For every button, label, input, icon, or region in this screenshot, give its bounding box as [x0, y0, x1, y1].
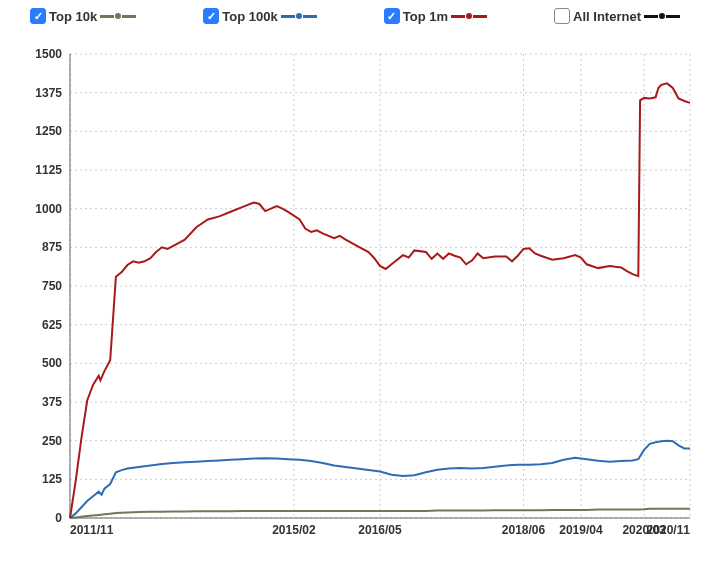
legend-label: All Internet: [573, 9, 641, 24]
dot-icon: [115, 13, 121, 19]
svg-text:500: 500: [42, 356, 62, 370]
line-swatch: [473, 15, 487, 18]
svg-text:1125: 1125: [35, 163, 62, 177]
chart[interactable]: 0125250375500625750875100011251250137515…: [10, 40, 700, 560]
checkbox-top100k[interactable]: ✓: [203, 8, 219, 24]
dot-icon: [296, 13, 302, 19]
svg-text:2016/05: 2016/05: [358, 523, 402, 537]
line-swatch: [100, 15, 114, 18]
dot-icon: [659, 13, 665, 19]
checkbox-top10k[interactable]: ✓: [30, 8, 46, 24]
line-swatch: [281, 15, 295, 18]
svg-text:1375: 1375: [35, 86, 62, 100]
svg-text:2015/02: 2015/02: [272, 523, 316, 537]
svg-text:2018/06: 2018/06: [502, 523, 546, 537]
line-swatch: [451, 15, 465, 18]
line-swatch: [644, 15, 658, 18]
checkbox-all-internet[interactable]: [554, 8, 570, 24]
checkbox-top1m[interactable]: ✓: [384, 8, 400, 24]
legend-swatch: [281, 13, 317, 19]
legend-label: Top 100k: [222, 9, 277, 24]
legend-item-top10k[interactable]: ✓ Top 10k: [30, 8, 136, 24]
svg-text:125: 125: [42, 472, 62, 486]
line-swatch: [666, 15, 680, 18]
line-swatch: [303, 15, 317, 18]
svg-text:2011/11: 2011/11: [70, 523, 114, 537]
svg-text:250: 250: [42, 434, 62, 448]
svg-text:1000: 1000: [35, 202, 62, 216]
dot-icon: [466, 13, 472, 19]
legend-item-top1m[interactable]: ✓ Top 1m: [384, 8, 487, 24]
svg-text:2020/11: 2020/11: [647, 523, 691, 537]
legend-item-top100k[interactable]: ✓ Top 100k: [203, 8, 316, 24]
svg-text:750: 750: [42, 279, 62, 293]
svg-text:875: 875: [42, 240, 62, 254]
svg-text:375: 375: [42, 395, 62, 409]
legend-label: Top 1m: [403, 9, 448, 24]
svg-text:1250: 1250: [35, 124, 62, 138]
legend-item-all-internet[interactable]: All Internet: [554, 8, 680, 24]
svg-text:2019/04: 2019/04: [559, 523, 603, 537]
chart-svg: 0125250375500625750875100011251250137515…: [10, 40, 700, 560]
svg-text:625: 625: [42, 318, 62, 332]
svg-text:1500: 1500: [35, 47, 62, 61]
legend-label: Top 10k: [49, 9, 97, 24]
legend-swatch: [100, 13, 136, 19]
svg-text:0: 0: [55, 511, 62, 525]
legend-swatch: [644, 13, 680, 19]
legend-swatch: [451, 13, 487, 19]
legend: ✓ Top 10k ✓ Top 100k ✓ Top 1m All Intern…: [0, 0, 710, 28]
line-swatch: [122, 15, 136, 18]
